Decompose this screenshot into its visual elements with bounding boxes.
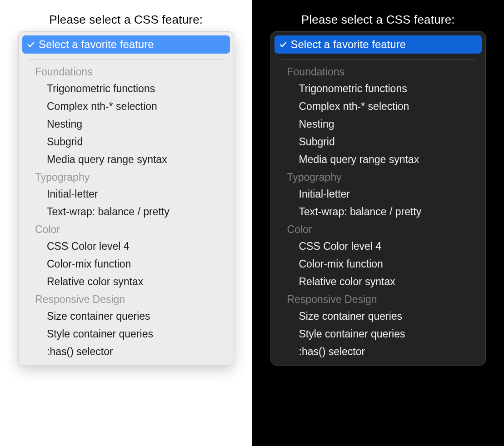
option-item[interactable]: Color-mix function xyxy=(22,255,230,273)
option-item[interactable]: Size container queries xyxy=(22,307,230,325)
option-item[interactable]: Initial-letter xyxy=(22,185,230,203)
optgroup-label: Typography xyxy=(22,168,230,185)
option-item[interactable]: CSS Color level 4 xyxy=(22,238,230,255)
option-item[interactable]: Size container queries xyxy=(274,307,482,325)
optgroup-label: Foundations xyxy=(274,63,482,80)
css-feature-dropdown[interactable]: Select a favorite feature Foundations Tr… xyxy=(18,31,234,366)
option-item[interactable]: Subgrid xyxy=(274,133,482,151)
option-item[interactable]: :has() selector xyxy=(22,343,230,361)
css-feature-dropdown[interactable]: Select a favorite feature Foundations Tr… xyxy=(270,31,486,366)
option-item[interactable]: Media query range syntax xyxy=(274,151,482,168)
option-item[interactable]: Color-mix function xyxy=(274,255,482,273)
optgroup-label: Color xyxy=(274,221,482,238)
option-item[interactable]: Nesting xyxy=(274,115,482,133)
option-item[interactable]: Subgrid xyxy=(22,133,230,151)
dark-theme-panel: Please select a CSS feature: Select a fa… xyxy=(252,0,504,446)
prompt-label: Please select a CSS feature: xyxy=(18,13,234,27)
option-item[interactable]: Complex nth-* selection xyxy=(274,98,482,115)
option-item[interactable]: Trigonometric functions xyxy=(274,80,482,98)
divider xyxy=(29,59,224,59)
option-item[interactable]: Text-wrap: balance / pretty xyxy=(274,203,482,221)
selected-option-label: Select a favorite feature xyxy=(39,38,154,51)
selected-option-label: Select a favorite feature xyxy=(291,38,406,51)
option-item[interactable]: Text-wrap: balance / pretty xyxy=(22,203,230,221)
divider xyxy=(281,59,476,59)
option-item[interactable]: Initial-letter xyxy=(274,185,482,203)
light-theme-panel: Please select a CSS feature: Select a fa… xyxy=(0,0,252,446)
option-item[interactable]: Style container queries xyxy=(22,325,230,343)
optgroup-label: Typography xyxy=(274,168,482,185)
option-item[interactable]: Style container queries xyxy=(274,325,482,343)
option-item[interactable]: Media query range syntax xyxy=(22,151,230,168)
option-item[interactable]: Relative color syntax xyxy=(22,273,230,291)
optgroup-label: Color xyxy=(22,221,230,238)
option-item[interactable]: :has() selector xyxy=(274,343,482,361)
option-item[interactable]: Nesting xyxy=(22,115,230,133)
option-item[interactable]: Trigonometric functions xyxy=(22,80,230,98)
option-item[interactable]: Complex nth-* selection xyxy=(22,98,230,115)
selected-option[interactable]: Select a favorite feature xyxy=(274,35,482,54)
checkmark-icon xyxy=(279,40,287,49)
selected-option[interactable]: Select a favorite feature xyxy=(22,35,230,54)
prompt-label: Please select a CSS feature: xyxy=(270,13,486,27)
optgroup-label: Responsive Design xyxy=(22,291,230,307)
option-item[interactable]: CSS Color level 4 xyxy=(274,238,482,255)
checkmark-icon xyxy=(27,40,35,49)
option-item[interactable]: Relative color syntax xyxy=(274,273,482,291)
optgroup-label: Responsive Design xyxy=(274,291,482,307)
optgroup-label: Foundations xyxy=(22,63,230,80)
